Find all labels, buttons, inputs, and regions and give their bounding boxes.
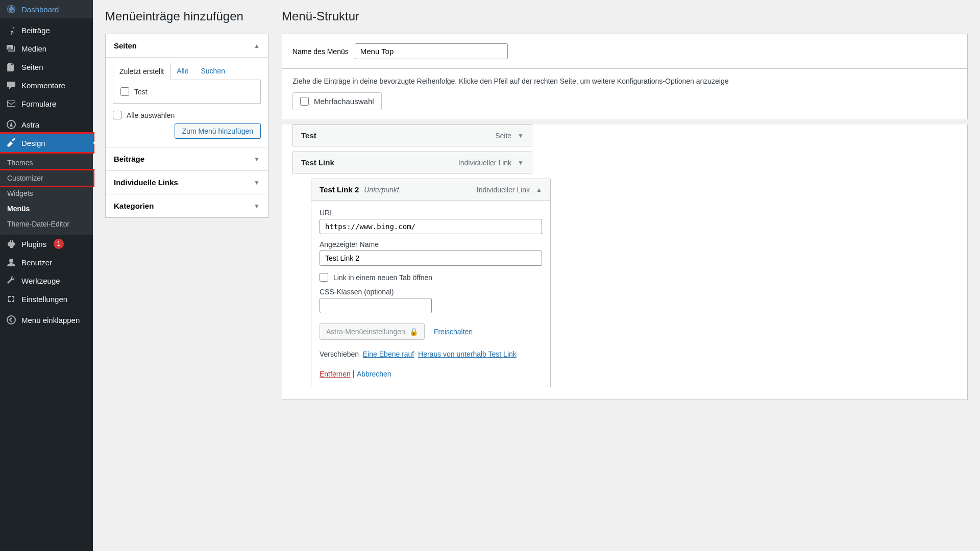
- remove-link[interactable]: Entfernen: [320, 370, 351, 378]
- menu-item-type: Individueller Link: [458, 159, 511, 167]
- add-items-heading: Menüeinträge hinzufügen: [105, 0, 268, 34]
- submenu-themes[interactable]: Themes: [0, 155, 93, 170]
- menu-item-test[interactable]: Test Seite ▼: [292, 124, 532, 146]
- sidebar-item-plugins[interactable]: Plugins 1: [0, 235, 93, 253]
- bulk-select-row: Mehrfachauswahl: [282, 92, 968, 119]
- name-input[interactable]: [320, 251, 542, 266]
- url-label: URL: [320, 209, 542, 217]
- mail-icon: [6, 98, 16, 109]
- acc-title: Beiträge: [114, 155, 144, 163]
- submenu-customizer[interactable]: Customizer: [0, 170, 93, 186]
- menu-item-testlink[interactable]: Test Link Individueller Link ▼: [292, 152, 532, 173]
- menu-name-input[interactable]: [355, 43, 508, 59]
- page-item-test[interactable]: Test: [120, 87, 253, 96]
- bulk-select-toggle[interactable]: Mehrfachauswahl: [292, 92, 382, 110]
- acc-header-links[interactable]: Individuelle Links ▼: [106, 170, 268, 194]
- dashboard-icon: [6, 4, 16, 14]
- svg-point-1: [9, 259, 13, 263]
- sidebar-label: Seiten: [21, 63, 43, 71]
- menu-item-type: Seite: [495, 132, 511, 140]
- items-accordion: Seiten ▲ Zuletzt erstellt Alle Suchen Te…: [105, 34, 268, 218]
- cancel-link[interactable]: Abbrechen: [357, 370, 391, 378]
- update-badge: 1: [54, 239, 64, 249]
- menu-item-title: Test Link 2: [320, 185, 359, 194]
- chevron-down-icon: ▼: [254, 203, 260, 210]
- media-icon: [6, 43, 16, 54]
- collapse-icon: [6, 315, 16, 325]
- sidebar-item-forms[interactable]: Formulare: [0, 94, 93, 113]
- sidebar-label: Formulare: [21, 99, 56, 108]
- plugin-icon: [6, 239, 16, 249]
- menu-item-subtitle: Unterpunkt: [364, 186, 399, 194]
- acc-title: Seiten: [114, 41, 137, 50]
- add-items-column: Menüeinträge hinzufügen Seiten ▲ Zuletzt…: [105, 0, 268, 400]
- tab-recent[interactable]: Zuletzt erstellt: [113, 63, 170, 80]
- select-all-checkbox[interactable]: [113, 111, 121, 119]
- menu-item-settings: URL Angezeigter Name Link in einem neuen…: [311, 201, 551, 387]
- menu-name-row: Name des Menüs: [282, 34, 968, 69]
- sidebar-label: Plugins: [21, 240, 46, 248]
- chevron-down-icon[interactable]: ▼: [518, 132, 524, 139]
- sidebar-label: Kommentare: [21, 81, 65, 90]
- menu-items-list: Test Seite ▼ Test Link Individueller Lin…: [282, 124, 968, 400]
- submenu-theme-editor[interactable]: Theme-Datei-Editor: [0, 216, 93, 232]
- unlock-link[interactable]: Freischalten: [434, 328, 473, 336]
- move-out-link[interactable]: Heraus von unterhalb Test Link: [418, 350, 517, 358]
- menu-item-header[interactable]: Test Link 2 Unterpunkt Individueller Lin…: [311, 179, 551, 201]
- sidebar-label: Menü einklappen: [21, 316, 80, 324]
- acc-header-posts[interactable]: Beiträge ▼: [106, 147, 268, 170]
- astra-icon: [6, 119, 16, 130]
- acc-header-pages[interactable]: Seiten ▲: [106, 34, 268, 57]
- lock-icon: 🔒: [409, 328, 418, 336]
- css-label: CSS-Klassen (optional): [320, 288, 542, 296]
- bulk-checkbox[interactable]: [300, 97, 309, 106]
- structure-heading: Menü-Struktur: [282, 0, 968, 34]
- menu-item-title: Test: [301, 131, 316, 140]
- sidebar-item-users[interactable]: Benutzer: [0, 253, 93, 271]
- newtab-label: Link in einem neuen Tab öffnen: [333, 273, 432, 282]
- astra-label: Astra-Menüeinstellungen: [326, 328, 405, 336]
- page-label: Test: [134, 88, 148, 96]
- submenu-menus[interactable]: Menüs: [0, 201, 93, 216]
- sidebar-item-media[interactable]: Medien: [0, 39, 93, 58]
- sidebar-label: Einstellungen: [21, 295, 67, 304]
- sidebar-item-posts[interactable]: Beiträge: [0, 21, 93, 39]
- pages-list: Test: [113, 80, 261, 104]
- select-all[interactable]: Alle auswählen: [113, 111, 175, 119]
- svg-point-2: [7, 316, 15, 324]
- sidebar-item-pages[interactable]: Seiten: [0, 58, 93, 76]
- chevron-down-icon[interactable]: ▼: [518, 159, 524, 166]
- user-icon: [6, 257, 16, 267]
- sidebar-item-astra[interactable]: Astra: [0, 115, 93, 134]
- newtab-checkbox[interactable]: [320, 273, 328, 282]
- acc-header-categories[interactable]: Kategorien ▼: [106, 194, 268, 217]
- menu-item-testlink2: Test Link 2 Unterpunkt Individueller Lin…: [311, 179, 551, 387]
- comment-icon: [6, 80, 16, 90]
- chevron-up-icon[interactable]: ▲: [536, 186, 542, 193]
- brush-icon: [6, 138, 16, 148]
- submenu-widgets[interactable]: Widgets: [0, 186, 93, 201]
- sidebar-item-dashboard[interactable]: Dashboard: [0, 0, 93, 18]
- chevron-up-icon: ▲: [254, 42, 260, 49]
- design-submenu: Themes Customizer Widgets Menüs Theme-Da…: [0, 152, 93, 235]
- sidebar-label: Astra: [21, 120, 39, 129]
- tab-all[interactable]: Alle: [170, 63, 194, 80]
- menu-structure-column: Menü-Struktur Name des Menüs Ziehe die E…: [282, 0, 968, 400]
- chevron-down-icon: ▼: [254, 156, 260, 163]
- move-up-link[interactable]: Eine Ebene rauf: [363, 350, 414, 358]
- sidebar-item-tools[interactable]: Werkzeuge: [0, 271, 93, 290]
- menu-name-label: Name des Menüs: [292, 47, 349, 56]
- sidebar-label: Benutzer: [21, 258, 52, 267]
- drag-instructions: Ziehe die Einträge in deine bevorzugte R…: [282, 69, 968, 92]
- sidebar-item-collapse[interactable]: Menü einklappen: [0, 311, 93, 329]
- url-input[interactable]: [320, 219, 542, 234]
- add-to-menu-button[interactable]: Zum Menü hinzufügen: [175, 123, 261, 139]
- sidebar-item-settings[interactable]: Einstellungen: [0, 290, 93, 308]
- css-input[interactable]: [320, 298, 432, 313]
- page-checkbox[interactable]: [120, 87, 129, 96]
- tab-search[interactable]: Suchen: [195, 63, 231, 80]
- sidebar-item-comments[interactable]: Kommentare: [0, 76, 93, 94]
- sidebar-item-design[interactable]: Design: [0, 134, 93, 152]
- sidebar-label: Werkzeuge: [21, 277, 60, 285]
- acc-body-pages: Zuletzt erstellt Alle Suchen Test A: [106, 57, 268, 147]
